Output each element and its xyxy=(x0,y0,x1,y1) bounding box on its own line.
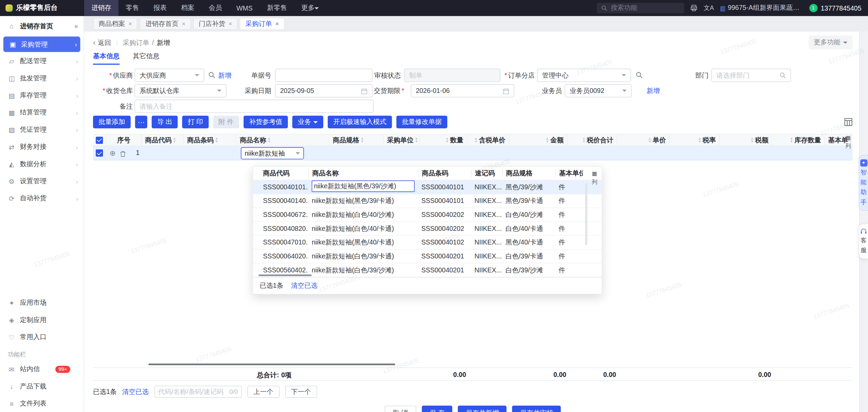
customer-service-tab[interactable]: 客服 xyxy=(858,224,868,259)
back-button[interactable]: ‹返回 xyxy=(93,38,111,47)
picker-horizontal-scrollbar[interactable] xyxy=(259,274,312,276)
grid-column-header[interactable]: ▲▼税价合计 xyxy=(568,134,617,146)
save-button[interactable]: 保 存 xyxy=(422,406,452,412)
sidebar-item-10[interactable]: ⟳自动补货› xyxy=(0,190,83,207)
print-button[interactable]: 打 印 xyxy=(182,116,208,128)
sidebar-item-8[interactable]: ◭数据分析› xyxy=(0,156,83,173)
grid-column-header[interactable]: ▲▼单价 xyxy=(617,134,670,146)
order-store-search-icon[interactable] xyxy=(636,71,643,79)
assistant-tab[interactable]: ✦ 智能助手 xyxy=(858,155,868,211)
nav-item-6[interactable]: WMS xyxy=(229,0,260,16)
sidebar-item-9[interactable]: ⚙设置管理› xyxy=(0,173,83,190)
company-selector[interactable]: ▤ 99675-A组新界面果蔬版QA测... xyxy=(720,3,803,13)
cancel-button[interactable]: 取 消 xyxy=(385,406,416,412)
export-button[interactable]: 导 出 xyxy=(152,116,178,128)
sort-icon[interactable]: ▲▼ xyxy=(360,137,364,143)
picker-clear-selection[interactable]: 清空已选 xyxy=(291,281,317,291)
document-tab-4[interactable]: 采购订单× xyxy=(240,18,284,30)
nav-item-3[interactable]: 报表 xyxy=(146,0,174,16)
collapse-sidebar-icon[interactable]: « xyxy=(74,22,78,30)
previous-button[interactable]: 上一个 xyxy=(247,386,279,398)
nav-item-1[interactable]: 进销存 xyxy=(84,0,119,16)
picker-row-3[interactable]: SSS00040672...niike新款短袖(白色/40/沙滩)SSS0004… xyxy=(253,208,602,222)
sort-icon[interactable]: ▲▼ xyxy=(267,137,271,143)
sort-icon[interactable]: ▲▼ xyxy=(790,137,793,143)
warehouse-select[interactable]: 系统默认仓库 xyxy=(135,84,227,97)
sort-icon[interactable]: ▲▼ xyxy=(173,137,176,143)
table-settings-icon[interactable] xyxy=(844,118,852,126)
grid-column-header[interactable]: ▲▼税率 xyxy=(670,134,719,146)
document-tab-3[interactable]: 门店补货× xyxy=(193,18,238,30)
save-and-new-button[interactable]: 保存并新增 xyxy=(458,406,507,412)
add-row-icon[interactable]: ⊕ xyxy=(110,149,116,157)
nav-item-7[interactable]: 新零售 xyxy=(260,0,294,16)
close-tab-icon[interactable]: × xyxy=(229,20,232,27)
product-name-combobox[interactable]: niike新款短袖 xyxy=(241,147,304,159)
document-tab-2[interactable]: 进销存首页× xyxy=(140,18,191,30)
picker-row-2[interactable]: SSS00040140...niike新款短袖(黑色/39/卡通)SSS0004… xyxy=(253,194,602,208)
close-tab-icon[interactable]: × xyxy=(182,20,185,27)
sidebar-item-1[interactable]: ✦应用市场 xyxy=(0,295,83,312)
sidebar-item-7[interactable]: ⇄财务对接› xyxy=(0,138,83,155)
remark-input[interactable] xyxy=(140,102,369,110)
batch-edit-docs-button[interactable]: 批量修改单据 xyxy=(397,116,448,128)
sort-icon[interactable]: ▲▼ xyxy=(750,137,754,143)
sidebar-item-6[interactable]: ▨凭证管理› xyxy=(0,121,83,138)
salesman-select[interactable]: 业务员0092 xyxy=(565,84,632,97)
sort-icon[interactable]: ▲▼ xyxy=(445,137,449,143)
grid-column-header[interactable]: 商品代码▲▼ xyxy=(142,134,184,146)
sidebar-item-3[interactable]: ◫批发管理› xyxy=(0,70,83,87)
nav-item-4[interactable]: 档案 xyxy=(174,0,201,16)
speed-input-mode-button[interactable]: 开启极速输入模式 xyxy=(328,116,392,128)
supplier-search-icon[interactable] xyxy=(208,71,215,79)
replenish-reference-button[interactable]: 补货参考值 xyxy=(244,116,288,128)
translate-icon[interactable]: 文A xyxy=(704,4,714,12)
order-store-select[interactable]: 管理中心 xyxy=(537,69,631,82)
grid-column-header[interactable]: ▲▼金额 xyxy=(509,134,568,146)
picker-column-settings[interactable]: ▦ 列 xyxy=(590,171,599,186)
attachment-button[interactable]: 附 件 xyxy=(213,116,239,128)
sidebar-item-4[interactable]: ▤库存管理› xyxy=(0,87,83,104)
sidebar-item-2[interactable]: ▱配送管理› xyxy=(0,52,83,69)
close-tab-icon[interactable]: × xyxy=(128,20,132,27)
scrollbar-thumb[interactable] xyxy=(149,364,396,365)
department-input[interactable] xyxy=(716,72,779,79)
nav-item-5[interactable]: 会员 xyxy=(202,0,229,16)
supplier-select[interactable]: 大供应商 xyxy=(135,69,204,82)
sidebar-item-3[interactable]: ≡文件列表 xyxy=(0,395,83,412)
nav-item-8[interactable]: 更多 xyxy=(294,0,326,16)
select-all-checkbox[interactable] xyxy=(96,137,103,144)
grid-column-header[interactable]: ▲▼库存数量 xyxy=(772,134,825,146)
more-actions-button[interactable]: ⋯ xyxy=(135,116,148,128)
delete-row-icon[interactable] xyxy=(120,149,126,158)
grid-column-header[interactable]: 商品规格▲▼ xyxy=(329,134,384,146)
picker-row-1[interactable]: SSS00040101...niike新款短袖(黑色/39/沙滩)SSS0004… xyxy=(253,180,602,194)
quick-search-input[interactable] xyxy=(158,388,227,396)
grid-column-header[interactable]: 商品条码▲▼ xyxy=(184,134,236,146)
tab-basic-info[interactable]: 基本信息 xyxy=(93,51,120,65)
user-account[interactable]: 1 13777845405 xyxy=(809,4,861,12)
sort-icon[interactable]: ▲▼ xyxy=(546,137,549,143)
picker-row-6[interactable]: SSS00064020...niike新款短袖(白色/39/卡通)SSS0004… xyxy=(253,250,602,264)
sidebar-item-2[interactable]: ◈定制应用 xyxy=(0,312,83,329)
batch-add-button[interactable]: 批量添加 xyxy=(93,116,131,128)
grid-column-settings[interactable]: ▦ 列 xyxy=(844,134,853,150)
picker-selected-name-cell[interactable]: niike新款短袖(黑色/39/沙滩) xyxy=(312,180,415,192)
grid-column-header[interactable]: 采购单位▲▼ xyxy=(384,134,420,146)
more-functions-button[interactable]: 更多功能 xyxy=(809,35,852,49)
sidebar-item-1[interactable]: ✉站内信99+ xyxy=(0,361,83,378)
global-search-input[interactable]: 搜索功能 xyxy=(597,3,684,13)
sort-icon[interactable]: ▲▼ xyxy=(474,137,478,143)
clear-selection-link[interactable]: 清空已选 xyxy=(122,387,149,397)
business-menu-button[interactable]: 业务 xyxy=(292,116,323,128)
search-icon[interactable] xyxy=(779,72,786,79)
sidebar-item-5[interactable]: ▦结算管理› xyxy=(0,104,83,121)
printer-icon[interactable] xyxy=(691,4,698,12)
next-button[interactable]: 下一个 xyxy=(285,386,317,398)
salesman-add-link[interactable]: 新增 xyxy=(647,83,660,98)
page-scrollbar-rail[interactable] xyxy=(859,16,868,412)
row-checkbox[interactable] xyxy=(96,149,103,157)
picker-vertical-scrollbar[interactable] xyxy=(585,183,588,245)
close-tab-icon[interactable]: × xyxy=(275,20,279,27)
tab-other-info[interactable]: 其它信息 xyxy=(133,51,159,65)
